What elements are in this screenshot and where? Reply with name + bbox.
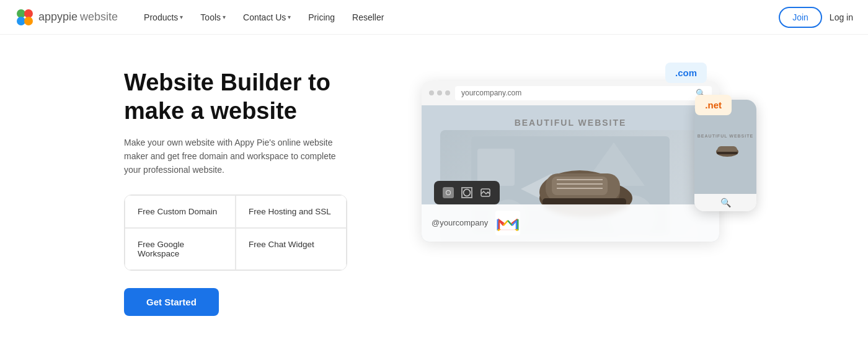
gear-icon	[443, 187, 454, 198]
domain-net-pill: .net	[695, 95, 732, 115]
main-content: Website Builder to make a website Make y…	[0, 35, 868, 350]
domain-com-pill: .com	[665, 63, 707, 83]
chevron-down-icon: ▾	[223, 14, 226, 20]
hero-title: Website Builder to make a website	[124, 69, 384, 125]
chevron-down-icon: ▾	[180, 14, 183, 20]
mobile-shoe-icon	[707, 138, 744, 160]
svg-point-0	[17, 9, 25, 18]
login-button[interactable]: Log in	[830, 12, 853, 22]
browser-dots	[429, 90, 450, 95]
svg-point-2	[17, 17, 25, 25]
controls-bar	[434, 181, 500, 204]
feature-custom-domain: Free Custom Domain	[125, 195, 236, 228]
nav-links: Products ▾ Tools ▾ Contact Us ▾ Pricing …	[138, 9, 779, 26]
brand-name: appypiewebsite	[38, 11, 118, 24]
url-text: yourcompany.com	[461, 89, 521, 97]
feature-hosting-ssl: Free Hosting and SSL	[236, 195, 347, 228]
svg-point-18	[464, 189, 471, 196]
nav-item-contact[interactable]: Contact Us ▾	[237, 9, 297, 26]
browser-mockup: yourcompany.com 🔍 BEAUTIFUL WEBSITE	[422, 81, 719, 242]
mobile-search-icon: 🔍	[698, 198, 753, 208]
nav-item-tools[interactable]: Tools ▾	[194, 9, 232, 26]
email-handle: @yourcompany	[432, 218, 488, 227]
nav-item-pricing[interactable]: Pricing	[302, 9, 341, 26]
logo[interactable]: appypiewebsite	[15, 7, 118, 27]
browser-bar: yourcompany.com 🔍	[422, 81, 719, 105]
feature-google-workspace: Free Google Workspace	[125, 228, 236, 270]
nav-item-products[interactable]: Products ▾	[138, 9, 189, 26]
svg-rect-34	[717, 152, 738, 154]
chevron-down-icon: ▾	[288, 14, 291, 20]
image-icon	[480, 187, 491, 198]
email-bar: @yourcompany	[422, 204, 719, 242]
hero-illustration: .com .net yourcompany.com 🔍 BEAUTIFUL WE…	[422, 63, 744, 323]
circle-icon	[461, 187, 472, 198]
appypie-logo-icon	[15, 7, 35, 27]
features-grid: Free Custom Domain Free Hosting and SSL …	[124, 195, 347, 271]
nav-actions: Join Log in	[779, 7, 853, 28]
hero-description: Make your own website with Appy Pie's on…	[124, 136, 347, 177]
svg-point-1	[24, 9, 33, 18]
svg-rect-5	[477, 149, 515, 186]
browser-dot-3	[445, 90, 450, 95]
navbar: appypiewebsite Products ▾ Tools ▾ Contac…	[0, 0, 868, 35]
svg-point-3	[24, 17, 33, 25]
mobile-label: BEAUTIFUL WEBSITE	[698, 134, 753, 138]
gmail-icon	[495, 211, 520, 235]
join-button[interactable]: Join	[779, 7, 822, 28]
get-started-button[interactable]: Get Started	[124, 288, 219, 316]
mobile-mockup: BEAUTIFUL WEBSITE 🔍	[694, 100, 756, 211]
feature-chat-widget: Free Chat Widget	[236, 228, 347, 270]
nav-item-reseller[interactable]: Reseller	[346, 9, 390, 26]
browser-url-bar: yourcompany.com 🔍	[455, 86, 712, 100]
browser-dot-2	[437, 90, 442, 95]
browser-dot-1	[429, 90, 434, 95]
mobile-bottom-bar: 🔍	[694, 194, 756, 211]
hero-left: Website Builder to make a website Make y…	[124, 69, 384, 315]
